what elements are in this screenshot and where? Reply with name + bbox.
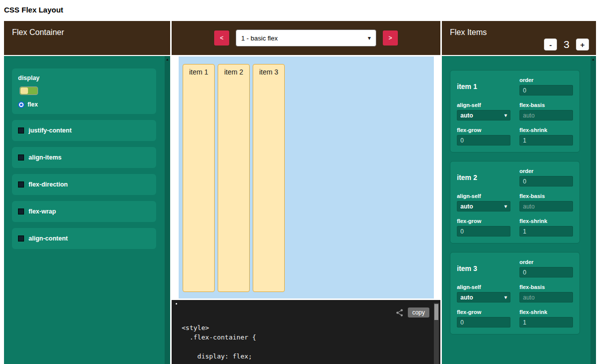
flex-grow-label: flex-grow bbox=[457, 309, 510, 315]
item-title: item 1 bbox=[457, 82, 510, 90]
checkbox-icon[interactable] bbox=[18, 154, 24, 160]
display-toggle[interactable] bbox=[20, 86, 38, 95]
flex-shrink-input[interactable] bbox=[519, 226, 573, 236]
flex-grow-label: flex-grow bbox=[457, 127, 510, 133]
right-panel-scrollbar[interactable]: ▲ bbox=[590, 56, 596, 364]
order-field: order bbox=[519, 168, 573, 186]
item-card-1: item 1 order align-self auto ▾ flex-basi… bbox=[450, 70, 580, 152]
scroll-up-icon[interactable]: ▲ bbox=[165, 56, 170, 61]
flex-grow-input[interactable] bbox=[457, 317, 510, 328]
flex-basis-label: flex-basis bbox=[519, 193, 573, 199]
option-label: align-content bbox=[29, 235, 68, 242]
chevron-down-icon: ▾ bbox=[504, 294, 507, 300]
item-title: item 3 bbox=[457, 264, 510, 272]
checkbox-icon[interactable] bbox=[18, 236, 24, 242]
flex-preview-container: item 1 item 2 item 3 bbox=[179, 56, 434, 298]
app-layout: Flex Container display flex justify-cont… bbox=[0, 21, 600, 364]
code-scrollbar[interactable] bbox=[434, 303, 439, 364]
prev-example-button[interactable]: < bbox=[214, 30, 229, 46]
checkbox-icon[interactable] bbox=[18, 182, 24, 188]
share-icon[interactable] bbox=[395, 308, 404, 317]
next-example-button[interactable]: > bbox=[383, 30, 398, 46]
flex-shrink-field: flex-shrink bbox=[519, 218, 573, 236]
flex-basis-field: flex-basis bbox=[519, 193, 573, 212]
align-self-value: auto bbox=[460, 294, 473, 301]
align-self-value: auto bbox=[460, 203, 473, 210]
code-scrollbar-thumb[interactable] bbox=[434, 304, 438, 320]
option-align-items[interactable]: align-items bbox=[12, 147, 156, 168]
flex-grow-field: flex-grow bbox=[457, 127, 510, 146]
chevron-down-icon: ▾ bbox=[504, 112, 507, 118]
remove-item-button[interactable]: - bbox=[544, 38, 557, 50]
order-input[interactable] bbox=[519, 176, 573, 186]
flex-grow-input[interactable] bbox=[457, 226, 510, 236]
code-line: .flex-container { bbox=[182, 332, 425, 342]
align-self-field: align-self auto ▾ bbox=[457, 284, 510, 302]
flex-basis-input[interactable] bbox=[519, 201, 573, 212]
flex-item-1: item 1 bbox=[183, 64, 215, 292]
scroll-up-icon[interactable]: ▲ bbox=[590, 56, 596, 61]
left-panel-scrollbar[interactable]: ▲ bbox=[165, 56, 170, 364]
chevron-down-icon: ▾ bbox=[504, 204, 507, 209]
display-flex-radio[interactable]: flex bbox=[18, 101, 150, 108]
order-input[interactable] bbox=[519, 267, 573, 278]
order-label: order bbox=[519, 259, 573, 265]
order-label: order bbox=[519, 77, 573, 83]
flex-basis-input[interactable] bbox=[519, 110, 573, 120]
add-item-button[interactable]: + bbox=[576, 38, 589, 50]
checkbox-icon[interactable] bbox=[18, 128, 24, 134]
option-flex-direction[interactable]: flex-direction bbox=[12, 174, 156, 195]
radio-selected-icon bbox=[18, 102, 25, 108]
order-field: order bbox=[519, 259, 573, 278]
align-self-label: align-self bbox=[457, 284, 510, 290]
flex-grow-label: flex-grow bbox=[457, 218, 510, 224]
flex-container-body: display flex justify-content align-items bbox=[4, 56, 170, 364]
flex-basis-field: flex-basis bbox=[519, 284, 573, 302]
align-self-select[interactable]: auto ▾ bbox=[457, 201, 510, 212]
option-align-content[interactable]: align-content bbox=[12, 228, 156, 249]
flex-shrink-input[interactable] bbox=[519, 135, 573, 146]
code-block: copy <style> .flex-container { display: … bbox=[172, 300, 440, 364]
copy-button[interactable]: copy bbox=[408, 308, 429, 318]
flex-grow-input[interactable] bbox=[457, 135, 510, 146]
flex-basis-field: flex-basis bbox=[519, 102, 573, 120]
flex-shrink-label: flex-shrink bbox=[519, 309, 573, 315]
display-card: display flex bbox=[12, 68, 156, 114]
item-card-3: item 3 order align-self auto ▾ flex-basi… bbox=[450, 252, 580, 334]
flex-items-panel-title: Flex Items bbox=[450, 28, 487, 36]
align-self-label: align-self bbox=[457, 193, 510, 199]
flex-basis-label: flex-basis bbox=[519, 284, 573, 290]
order-input[interactable] bbox=[519, 85, 573, 96]
flex-container-panel: Flex Container display flex justify-cont… bbox=[4, 21, 170, 364]
flex-basis-input[interactable] bbox=[519, 292, 573, 302]
chevron-down-icon: ▾ bbox=[368, 34, 371, 42]
align-self-field: align-self auto ▾ bbox=[457, 193, 510, 212]
option-flex-wrap[interactable]: flex-wrap bbox=[12, 201, 156, 222]
page-title: CSS Flex Layout bbox=[0, 0, 600, 21]
code-line: <style> bbox=[182, 323, 425, 332]
order-field: order bbox=[519, 77, 573, 96]
flex-items-panel: Flex Items - 3 + item 1 order align-self bbox=[442, 21, 596, 364]
flex-items-body: item 1 order align-self auto ▾ flex-basi… bbox=[442, 56, 596, 364]
flex-shrink-input[interactable] bbox=[519, 317, 573, 328]
display-toggle-knob bbox=[21, 88, 28, 94]
item-count-controls: - 3 + bbox=[544, 38, 589, 50]
checkbox-icon[interactable] bbox=[18, 208, 24, 214]
code-dot bbox=[176, 303, 177, 304]
align-self-select[interactable]: auto ▾ bbox=[457, 110, 510, 120]
example-select-value: 1 - basic flex bbox=[241, 34, 278, 42]
item-count: 3 bbox=[563, 38, 569, 50]
order-label: order bbox=[519, 168, 573, 174]
display-flex-radio-label: flex bbox=[28, 101, 38, 108]
align-self-field: align-self auto ▾ bbox=[457, 102, 510, 120]
code-line: display: flex; bbox=[182, 352, 425, 361]
flex-shrink-field: flex-shrink bbox=[519, 127, 573, 146]
align-self-value: auto bbox=[460, 112, 473, 119]
example-select[interactable]: 1 - basic flex ▾ bbox=[236, 30, 376, 46]
flex-grow-field: flex-grow bbox=[457, 218, 510, 236]
option-justify-content[interactable]: justify-content bbox=[12, 120, 156, 141]
code-content: <style> .flex-container { display: flex; bbox=[182, 323, 425, 361]
align-self-select[interactable]: auto ▾ bbox=[457, 292, 510, 302]
align-self-label: align-self bbox=[457, 102, 510, 108]
item-card-2: item 2 order align-self auto ▾ flex-basi… bbox=[450, 161, 580, 244]
